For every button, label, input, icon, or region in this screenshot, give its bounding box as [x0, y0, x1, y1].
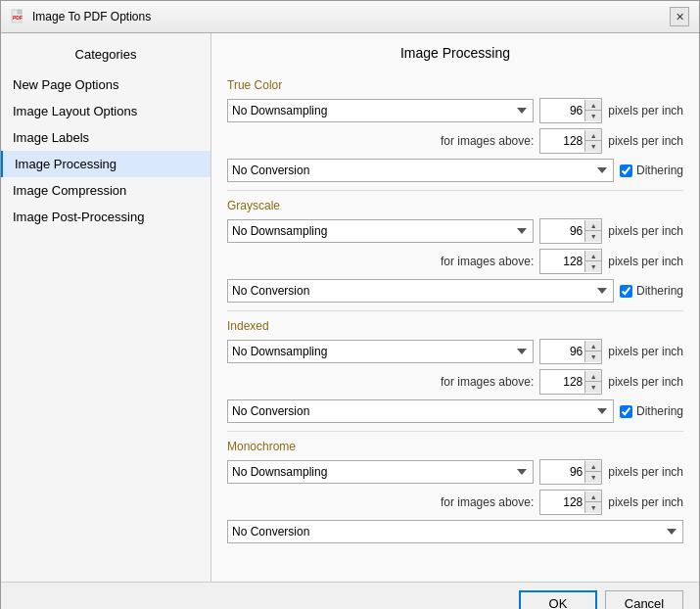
sidebar-item-image-layout-options[interactable]: Image Layout Options [1, 98, 210, 124]
sidebar-item-new-page-options[interactable]: New Page Options [1, 71, 210, 98]
indexed-ppi-label1: pixels per inch [608, 345, 683, 358]
section-monochrome-label: Monochrome [227, 440, 683, 453]
true-color-conversion-row: No Conversion Dithering [227, 159, 683, 182]
window-title: Image To PDF Options [32, 10, 151, 23]
monochrome-pixels1-down[interactable]: ▼ [585, 472, 601, 483]
section-true-color-label: True Color [227, 78, 683, 92]
svg-rect-1 [18, 10, 22, 14]
svg-text:PDF: PDF [13, 15, 23, 21]
indexed-dithering-label: Dithering [636, 404, 683, 418]
sidebar: Categories New Page Options Image Layout… [1, 33, 211, 582]
indexed-above-row: for images above: ▲ ▼ pixels per inch [227, 369, 683, 395]
app-icon: PDF [11, 9, 26, 24]
grayscale-downsampling-select[interactable]: No Downsampling [227, 219, 534, 243]
true-color-conversion-select[interactable]: No Conversion [227, 159, 614, 182]
indexed-pixels2-input[interactable] [540, 370, 584, 394]
sidebar-item-image-processing[interactable]: Image Processing [1, 151, 210, 177]
sidebar-item-image-post-processing[interactable]: Image Post-Processing [1, 204, 210, 230]
cancel-button[interactable]: Cancel [605, 590, 683, 609]
sidebar-item-image-labels[interactable]: Image Labels [1, 124, 210, 151]
grayscale-dithering-checkbox[interactable] [620, 285, 632, 298]
monochrome-pixels2-spinner: ▲ ▼ [539, 490, 602, 515]
monochrome-downsampling-select[interactable]: No Downsampling [227, 460, 534, 484]
true-color-downsampling-select[interactable]: No Downsampling [227, 99, 534, 122]
grayscale-conversion-select[interactable]: No Conversion [227, 279, 614, 303]
indexed-dithering-checkbox[interactable] [620, 405, 632, 418]
indexed-downsampling-select[interactable]: No Downsampling [227, 340, 534, 363]
dialog-body: Categories New Page Options Image Layout… [1, 33, 699, 582]
grayscale-pixels2-down[interactable]: ▼ [585, 261, 601, 272]
indexed-dithering-group: Dithering [620, 404, 683, 418]
monochrome-above-row: for images above: ▲ ▼ pixels per inch [227, 490, 683, 515]
grayscale-pixels2-spinner: ▲ ▼ [539, 249, 602, 274]
sidebar-header: Categories [1, 43, 210, 71]
indexed-above-label: for images above: [441, 375, 534, 389]
true-color-pixels1-down[interactable]: ▼ [585, 111, 601, 121]
indexed-pixels1-down[interactable]: ▼ [585, 351, 601, 362]
grayscale-downsampling-row: No Downsampling ▲ ▼ pixels per inch [227, 218, 683, 244]
monochrome-ppi-label1: pixels per inch [608, 465, 683, 479]
grayscale-ppi-label2: pixels per inch [608, 255, 683, 268]
section-indexed-label: Indexed [227, 319, 683, 333]
content-title: Image Processing [227, 45, 683, 67]
indexed-conversion-row: No Conversion Dithering [227, 399, 683, 423]
grayscale-above-row: for images above: ▲ ▼ pixels per inch [227, 249, 683, 274]
ok-button[interactable]: OK [519, 590, 597, 609]
true-color-dithering-checkbox[interactable] [620, 164, 632, 177]
dialog-window: PDF Image To PDF Options ✕ Categories Ne… [0, 0, 700, 609]
monochrome-pixels2-input[interactable] [540, 491, 584, 514]
grayscale-ppi-label1: pixels per inch [608, 224, 683, 238]
monochrome-pixels1-spinner: ▲ ▼ [539, 459, 602, 485]
grayscale-conversion-row: No Conversion Dithering [227, 279, 683, 303]
indexed-pixels2-down[interactable]: ▼ [585, 382, 601, 393]
sidebar-item-image-compression[interactable]: Image Compression [1, 177, 210, 204]
true-color-pixels1-input[interactable] [540, 99, 584, 122]
indexed-pixels1-input[interactable] [540, 340, 584, 363]
indexed-pixels2-up[interactable]: ▲ [585, 371, 601, 382]
true-color-pixels1-spinner: ▲ ▼ [539, 98, 602, 123]
true-color-above-row: for images above: ▲ ▼ pixels per inch [227, 128, 683, 154]
true-color-ppi-label2: pixels per inch [608, 134, 683, 148]
monochrome-conversion-row: No Conversion [227, 520, 683, 543]
indexed-ppi-label2: pixels per inch [608, 375, 683, 389]
true-color-ppi-label1: pixels per inch [608, 104, 683, 117]
monochrome-pixels2-down[interactable]: ▼ [585, 502, 601, 513]
true-color-pixels1-up[interactable]: ▲ [585, 100, 601, 111]
grayscale-pixels1-down[interactable]: ▼ [585, 231, 601, 242]
close-button[interactable]: ✕ [670, 7, 689, 26]
monochrome-pixels1-up[interactable]: ▲ [585, 461, 601, 472]
grayscale-pixels2-up[interactable]: ▲ [585, 251, 601, 261]
grayscale-dithering-group: Dithering [620, 284, 683, 298]
indexed-pixels1-spinner: ▲ ▼ [539, 339, 602, 364]
grayscale-pixels1-spinner: ▲ ▼ [539, 218, 602, 244]
true-color-above-label: for images above: [441, 134, 534, 148]
indexed-pixels1-up[interactable]: ▲ [585, 341, 601, 351]
indexed-downsampling-row: No Downsampling ▲ ▼ pixels per inch [227, 339, 683, 364]
grayscale-dithering-label: Dithering [636, 284, 683, 298]
true-color-dithering-label: Dithering [636, 164, 683, 177]
title-bar: PDF Image To PDF Options ✕ [1, 1, 699, 33]
indexed-pixels2-spinner: ▲ ▼ [539, 369, 602, 395]
true-color-pixels2-up[interactable]: ▲ [585, 130, 601, 141]
monochrome-above-label: for images above: [441, 495, 534, 509]
grayscale-above-label: for images above: [441, 255, 534, 268]
section-grayscale-label: Grayscale [227, 199, 683, 212]
true-color-downsampling-row: No Downsampling ▲ ▼ pixels per inch [227, 98, 683, 123]
monochrome-pixels2-up[interactable]: ▲ [585, 492, 601, 502]
grayscale-pixels2-input[interactable] [540, 250, 584, 273]
monochrome-conversion-select[interactable]: No Conversion [227, 520, 683, 543]
monochrome-ppi-label2: pixels per inch [608, 495, 683, 509]
content-panel: Image Processing True Color No Downsampl… [211, 33, 699, 582]
monochrome-pixels1-input[interactable] [540, 460, 584, 484]
grayscale-pixels1-input[interactable] [540, 219, 584, 243]
true-color-pixels2-down[interactable]: ▼ [585, 141, 601, 152]
grayscale-pixels1-up[interactable]: ▲ [585, 220, 601, 231]
monochrome-downsampling-row: No Downsampling ▲ ▼ pixels per inch [227, 459, 683, 485]
indexed-conversion-select[interactable]: No Conversion [227, 399, 614, 423]
true-color-dithering-group: Dithering [620, 164, 683, 177]
true-color-pixels2-input[interactable] [540, 129, 584, 153]
dialog-footer: OK Cancel [1, 582, 699, 609]
true-color-pixels2-spinner: ▲ ▼ [539, 128, 602, 154]
